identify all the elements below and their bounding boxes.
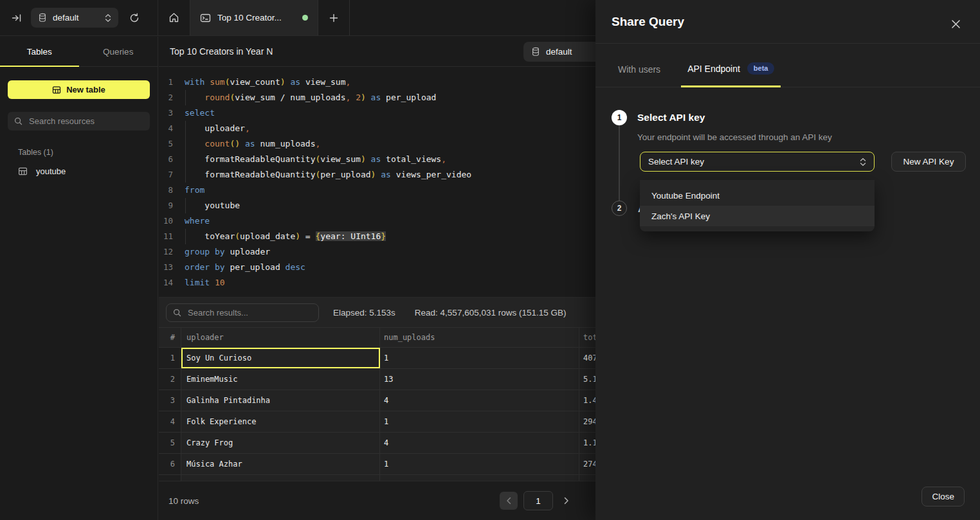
sidebar-tabs: Tables Queries [0,37,158,67]
tables-section-label: Tables (1) [18,148,158,157]
api-key-dropdown: Youtube EndpointZach's API Key [640,180,875,231]
editor-tab[interactable]: Top 10 Creator... [190,0,318,35]
line-number: 11 [159,229,185,244]
cell-uploader[interactable]: Galinha Pintadinha [181,390,380,411]
search-icon [14,117,23,125]
line-number: 1 [159,75,185,90]
close-icon [951,19,961,29]
cell-num-uploads[interactable]: 13 [380,369,579,390]
table-item-youtube[interactable]: youtube [18,166,158,176]
tab-api-endpoint[interactable]: API Endpoint beta [681,62,781,87]
page-number-button[interactable]: 1 [523,491,553,510]
api-key-option[interactable]: Youtube Endpoint [640,185,875,206]
results-search [166,303,319,322]
cell-num-uploads[interactable]: 1 [380,348,579,368]
chevron-left-icon [506,497,512,505]
line-number: 3 [159,105,185,121]
cell-uploader[interactable]: EminemMusic [181,369,380,390]
line-number: 7 [159,167,185,183]
cell-uploader[interactable]: Música Azhar [181,454,380,474]
line-number: 13 [159,260,185,275]
api-key-option[interactable]: Zach's API Key [640,206,875,226]
database-icon [38,13,47,22]
close-button[interactable]: Close [921,487,965,507]
chevron-updown-icon [860,157,866,166]
query-title: Top 10 Creators in Year N [170,46,273,57]
cell-uploader[interactable]: Folk Experience [181,411,380,432]
pagination: 1 [500,491,573,510]
close-panel-button[interactable] [951,19,961,29]
unsaved-changes-dot [302,15,308,21]
cell-empty [181,475,380,481]
sidebar-collapse-button[interactable] [12,13,22,23]
cell-num-uploads[interactable]: 1 [380,454,579,474]
database-icon [531,47,540,57]
cell-empty [380,475,579,481]
tab-tables-label: Tables [27,47,52,57]
step-1-description: Your endpoint will be accessed through a… [637,132,966,142]
sidebar: Tables Queries New table Tables (1) yout… [0,37,158,520]
share-query-panel: Share Query With users API Endpoint beta… [595,0,980,520]
line-number: 2 [159,90,185,105]
new-api-key-button[interactable]: New API Key [891,152,966,172]
row-number: 6 [159,454,181,474]
line-number: 8 [159,183,185,198]
cell-num-uploads[interactable]: 4 [380,433,579,453]
new-table-button[interactable]: New table [8,80,150,99]
read-stat: Read: 4,557,605,031 rows (151.15 GB) [415,308,567,318]
cell-num-uploads[interactable]: 1 [380,411,579,432]
row-number: 1 [159,348,181,368]
chevron-right-icon [563,497,569,505]
row-number: 2 [159,369,181,390]
column-header-uploader[interactable]: uploader [181,328,380,347]
home-button[interactable] [158,0,190,35]
new-tab-button[interactable] [318,0,350,35]
line-number: 14 [159,275,185,291]
line-number: 5 [159,136,185,152]
cell-uploader[interactable]: Crazy Frog [181,433,380,453]
api-key-select-value: Select API key [648,157,704,166]
editor-tab-label: Top 10 Creator... [217,13,296,22]
share-panel-title: Share Query [612,15,684,29]
new-table-label: New table [66,85,105,94]
topbar-left: default [0,0,158,35]
tab-tables[interactable]: Tables [0,37,79,66]
tab-api-endpoint-label: API Endpoint [687,64,740,74]
step-1-number: 1 [612,110,627,125]
table-grid-icon [18,166,28,176]
table-grid-icon [52,85,61,94]
database-select-value: default [53,13,79,22]
row-number: 4 [159,411,181,432]
tab-queries[interactable]: Queries [79,37,158,66]
row-count-label: 10 rows [168,496,199,506]
next-page-button[interactable] [559,497,573,505]
chevron-updown-icon [105,13,111,22]
beta-badge: beta [747,62,775,75]
collapse-sidebar-icon [12,13,22,23]
tab-with-users-label: With users [618,64,660,75]
tab-with-users[interactable]: With users [612,64,667,87]
database-select[interactable]: default [31,8,118,28]
terminal-icon [200,13,211,23]
sidebar-search [8,112,150,130]
previous-page-button[interactable] [500,492,518,510]
refresh-icon [129,13,140,23]
refresh-button[interactable] [129,13,140,23]
column-header-row-number[interactable]: # [159,328,181,347]
search-results-input[interactable] [186,307,312,318]
row-number: 5 [159,433,181,453]
table-item-label: youtube [36,166,66,176]
home-icon [168,12,179,23]
elapsed-stat: Elapsed: 5.153s [333,308,395,318]
results-footer: 10 rows 1 [159,481,596,520]
search-resources-input[interactable] [28,116,143,127]
share-panel-header: Share Query [595,0,980,44]
share-panel-body: 1 Select API key Your endpoint will be a… [595,87,980,519]
cell-empty [159,475,181,481]
api-key-select[interactable]: Select API key [640,152,875,172]
cell-uploader[interactable]: Soy Un Curioso [181,348,380,368]
column-header-num-uploads[interactable]: num_uploads [380,328,579,347]
cell-num-uploads[interactable]: 4 [380,390,579,411]
editor-database-value: default [546,47,572,57]
line-number: 10 [159,213,185,229]
